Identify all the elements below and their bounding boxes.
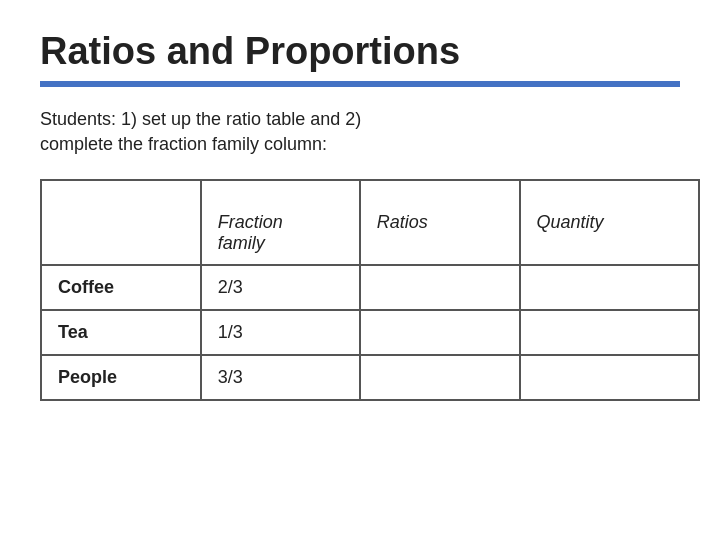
fraction-coffee: 2/3 [201, 265, 360, 310]
ratios-people [360, 355, 520, 400]
ratio-table: Fraction family Ratios Quantity Coffee 2… [40, 179, 700, 401]
table-row-tea: Tea 1/3 [41, 310, 699, 355]
table-header-row: Fraction family Ratios Quantity [41, 180, 699, 265]
instructions: Students: 1) set up the ratio table and … [40, 107, 680, 157]
label-coffee: Coffee [41, 265, 201, 310]
header-col1: Fraction family [201, 180, 360, 265]
page-title: Ratios and Proportions [40, 30, 680, 73]
ratios-tea [360, 310, 520, 355]
fraction-tea: 1/3 [201, 310, 360, 355]
table-row-people: People 3/3 [41, 355, 699, 400]
quantity-coffee [520, 265, 699, 310]
table-row-coffee: Coffee 2/3 [41, 265, 699, 310]
header-col2: Ratios [360, 180, 520, 265]
quantity-people [520, 355, 699, 400]
quantity-tea [520, 310, 699, 355]
title-area: Ratios and Proportions [40, 30, 680, 87]
ratios-coffee [360, 265, 520, 310]
header-col3: Quantity [520, 180, 699, 265]
header-col0 [41, 180, 201, 265]
label-people: People [41, 355, 201, 400]
label-tea: Tea [41, 310, 201, 355]
fraction-people: 3/3 [201, 355, 360, 400]
slide: Ratios and Proportions Students: 1) set … [0, 0, 720, 540]
title-underline [40, 81, 680, 87]
